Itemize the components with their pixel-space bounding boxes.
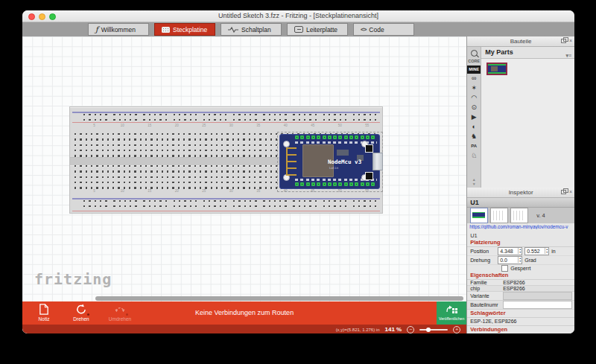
sparkfun-bin-icon[interactable]: ✶ bbox=[467, 83, 481, 93]
picaxe-bin-icon[interactable]: ♞ bbox=[467, 132, 481, 141]
part-name: U1 bbox=[467, 229, 574, 239]
inspector-previews: v. 4 bbox=[467, 208, 574, 223]
rotate-icon bbox=[75, 304, 87, 315]
tab-code[interactable]: <> Code bbox=[353, 23, 414, 36]
window-title: Untitled Sketch 3.fzz - Fritzing - [Stec… bbox=[218, 12, 378, 19]
arduino-bin-icon[interactable]: ∞ bbox=[467, 74, 481, 83]
parts-panel: Bauteile × CORE MINE ∞ ✶ ◠ ⊙ bbox=[467, 36, 574, 188]
position-label: Position bbox=[470, 249, 495, 254]
power-rail-red-bottom bbox=[72, 211, 380, 212]
bin-strip-scroll: ▲ ▼ bbox=[472, 178, 476, 188]
board-silkscreen-subtitle: Lolin bbox=[329, 166, 338, 170]
close-button[interactable] bbox=[28, 13, 35, 20]
scroll-down-icon[interactable]: ▼ bbox=[472, 182, 476, 186]
variant-dropdown[interactable] bbox=[503, 292, 572, 300]
note-label: Notiz bbox=[39, 316, 50, 322]
title-bar: Untitled Sketch 3.fzz - Fritzing - [Stec… bbox=[22, 10, 574, 22]
parallax-bin-icon[interactable]: ▶ bbox=[467, 112, 481, 122]
partnumber-input[interactable] bbox=[503, 301, 572, 309]
tags-value: ESP-12E, ESP8266 bbox=[467, 318, 574, 326]
pa-bin-icon[interactable]: PA bbox=[467, 141, 481, 151]
wifi-antenna bbox=[286, 147, 299, 176]
inspector-panel-title: Inspektor bbox=[509, 189, 533, 196]
note-button[interactable]: Notiz bbox=[27, 304, 61, 322]
undock-icon[interactable] bbox=[561, 39, 566, 43]
rotate-button[interactable]: Drehen bbox=[64, 304, 98, 322]
position-row: Position 4.348▴▾ 0.552▴▾ in bbox=[467, 247, 574, 256]
power-rail-blue-bottom bbox=[72, 198, 380, 199]
brand-bin-icon[interactable]: ◐ bbox=[467, 122, 481, 132]
zoom-slider[interactable] bbox=[419, 329, 448, 331]
locked-row: Gesperrt bbox=[467, 265, 574, 272]
reset-button bbox=[365, 144, 373, 153]
part-source-link[interactable]: https://github.com/roman-minyaylov/nodem… bbox=[467, 223, 574, 229]
tab-label: Schaltplan bbox=[241, 26, 271, 33]
close-icon[interactable]: × bbox=[569, 189, 572, 194]
rotate-menu-dot bbox=[87, 313, 89, 316]
bin-title: My Parts bbox=[485, 48, 513, 56]
inspector-panel-header: Inspektor × bbox=[467, 188, 574, 198]
inspector-part-ref: U1 bbox=[467, 198, 574, 208]
property-row-partnumber: Bauteilnumr bbox=[467, 301, 574, 310]
properties-section-header: Eigenschaften bbox=[467, 272, 574, 280]
bin-menu-icon[interactable]: ▾≡ bbox=[565, 50, 571, 61]
bin-title-bar: My Parts ▾≡ bbox=[481, 47, 574, 59]
search-icon[interactable] bbox=[471, 50, 478, 57]
app-window: Untitled Sketch 3.fzz - Fritzing - [Stec… bbox=[22, 10, 574, 333]
rotation-label: Drehung bbox=[470, 258, 495, 263]
boar-bin-icon[interactable]: ♘ bbox=[467, 151, 481, 161]
flip-button[interactable]: Umdrehen bbox=[103, 304, 137, 322]
minimize-button[interactable] bbox=[39, 13, 45, 20]
property-row-family: Familie ESP8266 bbox=[467, 280, 574, 286]
tab-leiterplatte[interactable]: Leiterplatte bbox=[287, 23, 348, 36]
micro-usb-connector bbox=[372, 153, 383, 170]
seeed-bin-icon[interactable]: ◠ bbox=[467, 93, 481, 103]
routing-status-message: Keine Verbindungen zum Routen bbox=[195, 309, 294, 316]
bin-tab-mine[interactable]: MINE bbox=[467, 66, 481, 74]
parts-panel-header: Bauteile × bbox=[467, 36, 574, 47]
bin-tab-core[interactable]: CORE bbox=[467, 57, 481, 66]
pcb-preview[interactable] bbox=[510, 208, 528, 223]
flip-icon bbox=[114, 304, 126, 315]
placement-section-header: Platzierung bbox=[467, 239, 574, 247]
nodemcu-board[interactable]: NodeMcu v3 Lolin bbox=[279, 134, 380, 189]
undock-icon[interactable] bbox=[561, 190, 566, 194]
connections-section-header: Verbindungen bbox=[467, 326, 574, 333]
breadboard-preview[interactable] bbox=[470, 208, 488, 223]
status-bar: (x,y)=(5.821, 1.276) in 141 % − + bbox=[22, 325, 466, 333]
close-icon[interactable]: × bbox=[569, 38, 572, 43]
zoom-in-button[interactable]: + bbox=[453, 326, 460, 333]
zoom-out-button[interactable]: − bbox=[407, 326, 414, 333]
zoom-button[interactable] bbox=[49, 13, 56, 20]
breadboard-canvas[interactable]: 5510101515202025253030353540404545505055… bbox=[22, 36, 466, 333]
zoom-slider-thumb[interactable] bbox=[426, 328, 431, 332]
property-row-chip: chip ESP8266 bbox=[467, 286, 574, 292]
traffic-lights bbox=[28, 13, 56, 20]
locked-checkbox[interactable] bbox=[501, 265, 508, 272]
tab-label: Willkommen bbox=[101, 26, 136, 33]
view-tab-bar: ƒ Willkommen Steckplatine Schaltplan Lei… bbox=[22, 22, 574, 36]
parts-panel-title: Bauteile bbox=[510, 38, 532, 45]
nodemcu-part-thumbnail[interactable] bbox=[486, 63, 507, 75]
inspector-panel: Inspektor × U1 v. 4 https://github.com/r… bbox=[467, 188, 574, 333]
position-x-spinbox[interactable]: 4.348▴▾ bbox=[498, 247, 522, 255]
position-unit: in bbox=[551, 249, 555, 254]
fritzing-f-icon: ƒ bbox=[95, 26, 98, 33]
rotation-spinbox[interactable]: 0.0▴▾ bbox=[498, 256, 522, 264]
horizontal-scrollbar[interactable] bbox=[95, 296, 463, 301]
right-sidebar: Bauteile × CORE MINE ∞ ✶ ◠ ⊙ bbox=[466, 36, 574, 333]
bin-parts-area bbox=[481, 59, 574, 188]
property-value: ESP8266 bbox=[503, 286, 525, 291]
tab-label: Code bbox=[369, 26, 384, 33]
power-rail-red-top bbox=[72, 122, 380, 124]
tab-willkommen[interactable]: ƒ Willkommen bbox=[88, 23, 149, 36]
schematic-preview[interactable] bbox=[490, 208, 508, 223]
position-y-spinbox[interactable]: 0.552▴▾ bbox=[524, 247, 549, 255]
publish-button[interactable]: Veröffentlichen bbox=[437, 301, 466, 325]
bottom-toolbar: Notiz Drehen Umdrehen Keine Verbindungen… bbox=[22, 301, 466, 325]
rotation-unit: Grad bbox=[524, 258, 536, 263]
intel-bin-icon[interactable]: ⊙ bbox=[467, 103, 481, 112]
publish-icon bbox=[446, 305, 457, 316]
tab-schaltplan[interactable]: Schaltplan bbox=[221, 23, 282, 36]
tab-steckplatine[interactable]: Steckplatine bbox=[154, 23, 215, 36]
